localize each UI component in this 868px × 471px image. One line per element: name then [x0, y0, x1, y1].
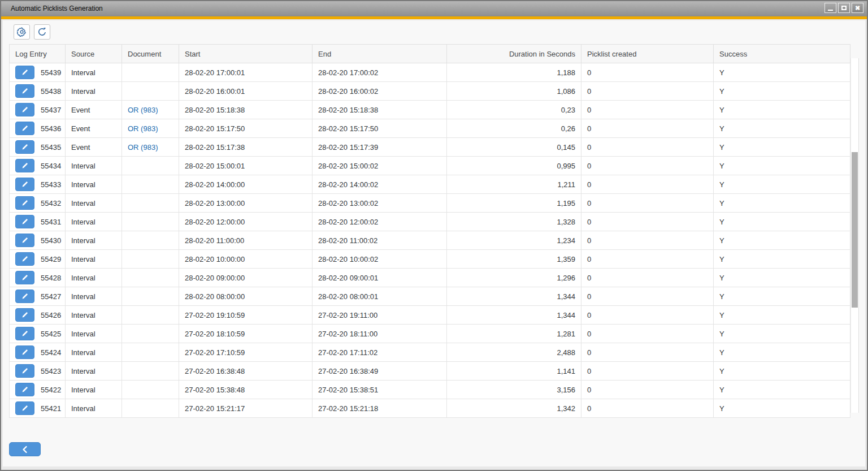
success-cell: Y	[714, 231, 850, 250]
picklist-created-cell: 0	[581, 175, 714, 194]
end-cell: 28-02-20 11:00:02	[313, 231, 447, 250]
source-cell: Interval	[66, 250, 122, 269]
edit-row-button[interactable]	[15, 364, 34, 378]
minimize-icon	[828, 10, 833, 11]
table-row: 55436 Event OR (983) 28-02-20 15:17:50 2…	[10, 119, 850, 138]
success-cell: Y	[714, 175, 850, 194]
start-cell: 27-02-20 19:10:59	[179, 306, 313, 325]
picklist-created-cell: 0	[581, 63, 714, 82]
success-cell: Y	[714, 250, 850, 269]
picklist-created-cell: 0	[581, 306, 714, 325]
minimize-button[interactable]	[824, 3, 836, 13]
duration-cell: 1,211	[447, 175, 581, 194]
picklist-created-cell: 0	[581, 119, 714, 138]
scrollbar-thumb[interactable]	[852, 152, 858, 308]
start-cell: 27-02-20 17:10:59	[179, 343, 313, 362]
edit-row-button[interactable]	[15, 66, 34, 79]
start-cell: 28-02-20 09:00:00	[179, 269, 313, 287]
pencil-icon	[21, 180, 29, 188]
edit-row-button[interactable]	[15, 401, 34, 415]
end-cell: 28-02-20 12:00:02	[313, 213, 447, 231]
duration-cell: 0,26	[447, 119, 581, 138]
document-link[interactable]: OR (983)	[128, 124, 158, 133]
edit-row-button[interactable]	[15, 252, 34, 266]
success-cell: Y	[714, 287, 850, 306]
pencil-icon	[21, 404, 29, 412]
edit-row-button[interactable]	[15, 103, 34, 116]
edit-row-button[interactable]	[15, 84, 34, 98]
start-cell: 28-02-20 15:17:50	[179, 119, 313, 138]
success-cell: Y	[714, 101, 850, 119]
picklist-created-cell: 0	[581, 82, 714, 101]
duration-cell: 0,995	[447, 157, 581, 175]
edit-row-button[interactable]	[15, 289, 34, 303]
end-cell: 28-02-20 09:00:01	[313, 269, 447, 287]
start-cell: 28-02-20 11:00:00	[179, 231, 313, 250]
document-link[interactable]: OR (983)	[128, 106, 158, 114]
log-entry-number: 55435	[41, 143, 61, 152]
duration-cell: 1,344	[447, 306, 581, 325]
back-button[interactable]	[9, 442, 41, 456]
log-table: Log Entry Source Document Start End Dura…	[9, 44, 850, 418]
log-entry-number: 55437	[41, 106, 61, 114]
picklist-created-cell: 0	[581, 269, 714, 287]
edit-row-button[interactable]	[15, 308, 34, 322]
log-entry-number: 55424	[41, 348, 61, 357]
source-cell: Interval	[66, 82, 122, 101]
start-cell: 28-02-20 17:00:01	[179, 63, 313, 82]
pencil-icon	[21, 124, 29, 132]
pencil-icon	[21, 106, 29, 114]
pencil-icon	[21, 330, 29, 338]
source-cell: Interval	[66, 399, 122, 418]
refresh-icon	[37, 27, 47, 37]
edit-row-button[interactable]	[15, 383, 34, 396]
pencil-icon	[21, 255, 29, 263]
edit-row-button[interactable]	[15, 271, 34, 284]
edit-row-button[interactable]	[15, 159, 34, 172]
table-row: 55433 Interval 28-02-20 14:00:00 28-02-2…	[10, 175, 850, 194]
start-cell: 27-02-20 15:21:17	[179, 399, 313, 418]
maximize-button[interactable]	[838, 3, 850, 13]
edit-row-button[interactable]	[15, 196, 34, 210]
close-button[interactable]: ✖	[852, 3, 863, 13]
edit-row-button[interactable]	[15, 140, 34, 154]
source-cell: Interval	[66, 175, 122, 194]
document-link[interactable]: OR (983)	[128, 143, 158, 152]
table-row: 55439 Interval 28-02-20 17:00:01 28-02-2…	[10, 63, 850, 82]
start-cell: 27-02-20 16:38:48	[179, 362, 313, 381]
pencil-icon	[21, 68, 29, 76]
log-entry-number: 55432	[41, 199, 61, 208]
settings-button[interactable]	[14, 24, 30, 40]
vertical-scrollbar[interactable]	[850, 58, 859, 413]
source-cell: Interval	[66, 231, 122, 250]
pencil-icon	[21, 311, 29, 319]
source-cell: Interval	[66, 306, 122, 325]
start-cell: 27-02-20 15:38:48	[179, 381, 313, 399]
success-cell: Y	[714, 381, 850, 399]
table-header-row: Log Entry Source Document Start End Dura…	[10, 45, 850, 63]
log-entry-number: 55429	[41, 255, 61, 263]
column-header-source: Source	[66, 45, 122, 63]
source-cell: Event	[66, 138, 122, 157]
picklist-created-cell: 0	[581, 194, 714, 213]
duration-cell: 1,281	[447, 325, 581, 343]
edit-row-button[interactable]	[15, 178, 34, 191]
picklist-created-cell: 0	[581, 231, 714, 250]
pencil-icon	[21, 162, 29, 170]
close-icon: ✖	[855, 5, 860, 11]
refresh-button[interactable]	[34, 24, 50, 40]
start-cell: 28-02-20 15:18:38	[179, 101, 313, 119]
table-row: 55434 Interval 28-02-20 15:00:01 28-02-2…	[10, 157, 850, 175]
log-entry-number: 55438	[41, 87, 61, 96]
edit-row-button[interactable]	[15, 122, 34, 135]
edit-row-button[interactable]	[15, 345, 34, 359]
edit-row-button[interactable]	[15, 215, 34, 228]
success-cell: Y	[714, 269, 850, 287]
log-entry-number: 55430	[41, 236, 61, 245]
duration-cell: 1,234	[447, 231, 581, 250]
duration-cell: 1,141	[447, 362, 581, 381]
edit-row-button[interactable]	[15, 234, 34, 247]
end-cell: 28-02-20 16:00:02	[313, 82, 447, 101]
log-entry-number: 55436	[41, 124, 61, 133]
edit-row-button[interactable]	[15, 327, 34, 340]
